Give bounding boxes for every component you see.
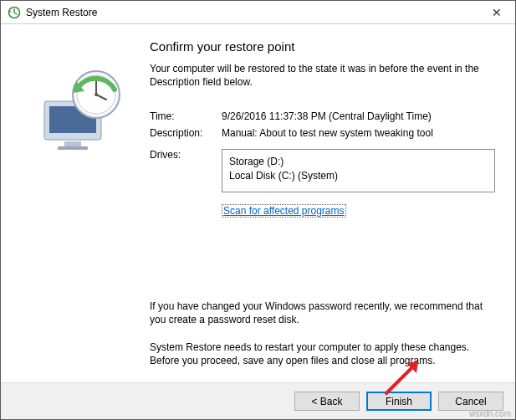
description-value: Manual: About to test new system tweakin…: [222, 127, 495, 139]
content-column: Confirm your restore point Your computer…: [150, 39, 495, 374]
cancel-button[interactable]: Cancel: [438, 392, 503, 411]
title-bar: System Restore ✕: [1, 1, 515, 24]
description-row: Description: Manual: About to test new s…: [150, 127, 495, 139]
drive-item: Storage (D:): [229, 155, 488, 169]
dialog-body: Confirm your restore point Your computer…: [1, 24, 515, 382]
restart-note: System Restore needs to restart your com…: [150, 341, 495, 367]
finish-button[interactable]: Finish: [366, 392, 432, 411]
window-title: System Restore: [26, 7, 475, 18]
illustration-column: [16, 39, 150, 374]
drive-item: Local Disk (C:) (System): [229, 169, 488, 183]
system-restore-window: System Restore ✕: [0, 0, 516, 420]
time-label: Time:: [150, 110, 222, 122]
restore-illustration-icon: [33, 59, 133, 154]
svg-rect-4: [58, 146, 88, 150]
close-button[interactable]: ✕: [480, 2, 513, 23]
close-icon: ✕: [492, 6, 502, 19]
page-heading: Confirm your restore point: [150, 39, 495, 54]
drives-listbox[interactable]: Storage (D:) Local Disk (C:) (System): [222, 149, 495, 192]
drives-label: Drives:: [150, 149, 222, 161]
description-label: Description:: [150, 127, 222, 139]
system-restore-icon: [8, 6, 21, 19]
back-button[interactable]: < Back: [294, 392, 360, 411]
time-row: Time: 9/26/2016 11:37:38 PM (Central Day…: [150, 110, 495, 122]
button-bar: < Back Finish Cancel: [1, 382, 515, 419]
svg-rect-3: [64, 141, 81, 146]
page-subtext: Your computer will be restored to the st…: [150, 62, 495, 89]
watermark: wsxdn.com: [469, 409, 511, 418]
scan-affected-programs-link[interactable]: Scan for affected programs: [222, 204, 346, 218]
time-value: 9/26/2016 11:37:38 PM (Central Daylight …: [222, 110, 495, 122]
drives-row: Drives: Storage (D:) Local Disk (C:) (Sy…: [150, 149, 495, 192]
password-note: If you have changed your Windows passwor…: [150, 300, 495, 326]
svg-point-9: [95, 93, 98, 96]
